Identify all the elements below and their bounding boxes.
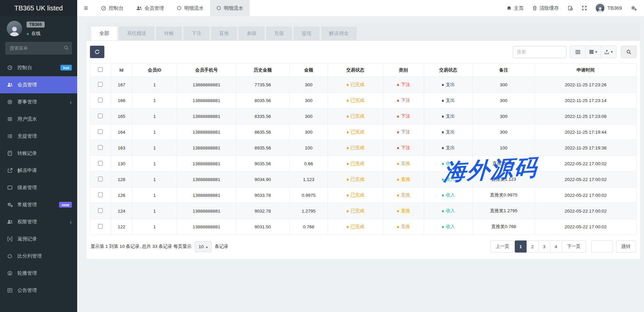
chevron-left-icon: ‹ [70, 219, 72, 225]
row-select-cell [90, 203, 111, 219]
filter-tab-all[interactable]: 全部 [91, 27, 117, 40]
sidebar-item-label: 返佣记录 [17, 236, 37, 242]
filter-tab-transfer[interactable]: 转账 [156, 27, 182, 40]
sidebar-item-console[interactable]: 控制台hot [0, 59, 77, 76]
row-checkbox[interactable] [98, 208, 103, 213]
sidebar-item-score-list[interactable]: 比分列管理 [0, 248, 77, 265]
sidebar-search-input[interactable] [5, 42, 72, 54]
status-dot-icon: ● [397, 82, 399, 87]
clear-cache-link[interactable]: 清除缓存 [533, 5, 559, 11]
export-icon [604, 50, 609, 54]
filter-tab-withdraw[interactable]: 提现 [294, 27, 319, 40]
menu-toggle-icon[interactable]: ≡ [77, 4, 95, 12]
row-checkbox[interactable] [98, 177, 103, 181]
refresh-cache-icon[interactable] [568, 6, 573, 11]
nav-tab-label: 会员管理 [145, 5, 164, 11]
fullscreen-icon[interactable] [582, 6, 587, 10]
sidebar-item-matches[interactable]: 赛事管理‹ [0, 93, 77, 110]
sidebar-item-carousel[interactable]: 轮播管理 [0, 265, 77, 282]
row-checkbox[interactable] [98, 129, 103, 134]
navbar-user-menu[interactable]: TB369 [596, 4, 622, 12]
sidebar-item-transfer-records[interactable]: 转账记录 [0, 145, 77, 162]
sidebar-item-general[interactable]: 常规管理new [0, 196, 77, 213]
amount-cell: 300 [290, 77, 328, 93]
member-id-cell: 1 [132, 187, 177, 203]
nav-tab-console[interactable]: 控制台 [95, 0, 130, 16]
settings-gears-icon[interactable] [631, 6, 637, 11]
status-dot-icon: ● [397, 224, 399, 229]
pagination-page-1[interactable]: 1 [515, 240, 527, 253]
phone-cell: 13888888881 [177, 93, 236, 108]
export-button[interactable]: ▾ [601, 46, 616, 58]
filter-tab-recharge[interactable]: 充值 [266, 27, 292, 40]
row-select-cell [90, 140, 111, 156]
table-search-input[interactable] [513, 46, 566, 58]
status-dot-icon: ● [346, 208, 349, 214]
row-checkbox[interactable] [98, 224, 103, 229]
sidebar-item-permissions[interactable]: 权限管理‹ [0, 213, 77, 230]
row-checkbox[interactable] [98, 82, 103, 87]
filter-tab-bet[interactable]: 下注 [184, 27, 209, 40]
id-cell: 126 [111, 187, 132, 203]
row-checkbox[interactable] [98, 98, 103, 102]
filter-tabs: 全部系统赠送转账下注直推差级充值提现解冻佣金 [87, 22, 640, 41]
status-dot-icon: ● [397, 177, 399, 182]
sidebar-item-user-flow[interactable]: 用户流水 [0, 110, 77, 128]
book-icon [6, 151, 13, 156]
pagination-page-2[interactable]: 2 [527, 240, 539, 253]
jump-button[interactable]: 跳转 [616, 240, 636, 253]
row-checkbox[interactable] [98, 114, 103, 118]
status-label: 已完成 [351, 177, 364, 182]
circle-icon [6, 254, 13, 259]
columns-button[interactable]: ▾ [585, 46, 601, 58]
sidebar-item-unfreeze-apply[interactable]: 解冻申请 [0, 162, 77, 179]
status-dot-icon: ● [346, 224, 349, 229]
filter-tab-direct-push[interactable]: 直推 [211, 27, 237, 40]
nav-tab-members[interactable]: 会员管理 [130, 0, 170, 16]
remark-cell: 300 [473, 124, 535, 140]
apply-time-cell: 2022-11-25 17:19:44 [535, 124, 637, 140]
status-label: 已完成 [351, 224, 364, 229]
phone-cell: 13888888881 [177, 108, 236, 124]
row-checkbox[interactable] [98, 161, 103, 166]
pagination-page-4[interactable]: 4 [550, 240, 562, 253]
home-link[interactable]: 主页 [507, 5, 524, 11]
page-size-dropdown[interactable]: 10 ▴ [195, 241, 212, 252]
sidebar-item-commission-records[interactable]: 返佣记录 [0, 230, 77, 248]
sidebar-item-level-diff[interactable]: 级差管理 [0, 179, 77, 196]
remark-cell: 300 [473, 93, 535, 108]
person-silhouette-icon [9, 25, 20, 36]
sidebar-item-members[interactable]: 会员管理 [0, 76, 77, 93]
username-badge: TB369 [27, 21, 45, 28]
detail-view-button[interactable] [570, 46, 586, 58]
status-label: 已完成 [351, 208, 364, 213]
nav-tab-flow-detail-2[interactable]: 明细流水 [210, 0, 250, 16]
amount-cell: 0.768 [290, 219, 328, 235]
row-select-cell [90, 124, 111, 140]
select-all-checkbox[interactable] [98, 67, 103, 72]
category-cell: ●下注 [383, 140, 424, 156]
nav-tab-label: 明细流水 [184, 5, 204, 11]
filter-tab-system-gift[interactable]: 系统赠送 [119, 27, 154, 40]
sidebar-item-recharge-withdraw[interactable]: 充提管理 [0, 128, 77, 145]
online-dot-icon: ● [27, 31, 29, 36]
row-checkbox[interactable] [98, 192, 103, 197]
filter-tab-unfreeze-commission[interactable]: 解冻佣金 [321, 27, 357, 40]
status-label: 收入 [446, 208, 455, 213]
history-amount-cell: 9035.56 [236, 156, 290, 172]
amount-cell: 300 [290, 108, 328, 124]
person-silhouette-icon [597, 6, 603, 12]
refresh-button[interactable] [90, 46, 104, 58]
row-select-cell [90, 219, 111, 235]
search-button[interactable] [621, 46, 637, 58]
pagination-page-3[interactable]: 3 [538, 240, 550, 253]
row-checkbox[interactable] [98, 145, 103, 150]
sidebar-item-announcements[interactable]: 公告管理 [0, 282, 77, 299]
sidebar-item-label: 权限管理 [17, 219, 37, 225]
filter-tab-level-diff[interactable]: 差级 [239, 27, 264, 40]
pagination-prev[interactable]: 上一页 [490, 240, 515, 253]
nav-tab-flow-detail-1[interactable]: 明细流水 [170, 0, 210, 16]
remark-cell: 300 [473, 77, 535, 93]
pagination-next[interactable]: 下一页 [562, 240, 586, 253]
jump-page-input[interactable] [591, 240, 613, 253]
